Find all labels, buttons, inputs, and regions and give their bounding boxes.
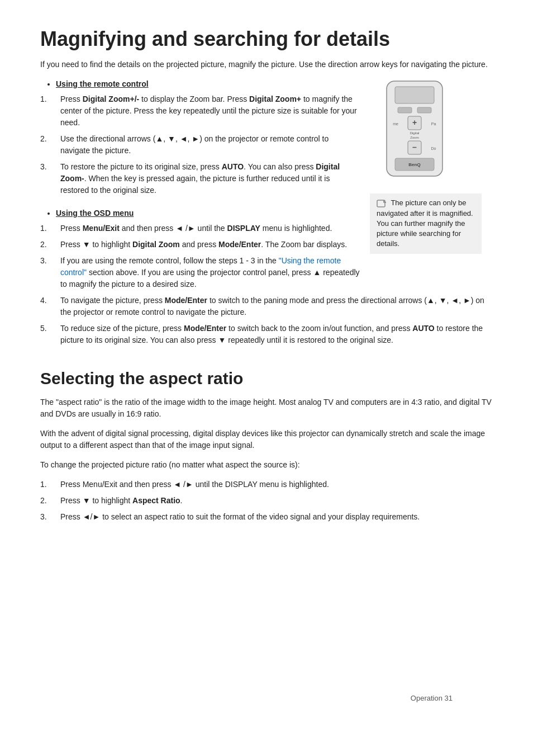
step-1-content: Press Digital Zoom+/- to display the Zoo…	[60, 93, 360, 129]
section2-title: Selecting the aspect ratio	[40, 368, 493, 389]
ar-step-3-content: Press ◄/► to select an aspect ratio to s…	[60, 511, 493, 523]
svg-rect-3	[417, 107, 431, 113]
svg-text:Pa: Pa	[431, 122, 436, 126]
svg-text:Do: Do	[431, 147, 436, 150]
osd-step-num-3: 3.	[40, 255, 60, 295]
svg-rect-1	[395, 87, 434, 103]
osd-step-num-4: 4.	[40, 295, 60, 323]
ar-step-num-2: 2.	[40, 495, 60, 511]
svg-text:Zoom: Zoom	[410, 136, 418, 139]
svg-text:–: –	[412, 143, 417, 152]
aspect-intro-3: To change the projected picture ratio (n…	[40, 459, 493, 471]
svg-text:Digital: Digital	[410, 131, 420, 135]
osd-step-num-2: 2.	[40, 239, 60, 255]
ar-step-num-3: 3.	[40, 511, 60, 527]
osd-step-3-content: If you are using the remote control, fol…	[60, 255, 360, 290]
ar-step-1-content: Press Menu/Exit and then press ◄ /► unti…	[60, 479, 493, 490]
svg-text:BenQ: BenQ	[408, 162, 420, 167]
remote-control-link[interactable]: "Using the remote control"	[60, 256, 341, 277]
ar-step-2-content: Press ▼ to highlight Aspect Ratio.	[60, 495, 493, 507]
remote-image-area: + Digital Zoom – me Pa Do BenQ	[370, 78, 493, 253]
aspect-intro-1: The "aspect ratio" is the ratio of the i…	[40, 396, 493, 420]
section-osd-menu-bullet: Using the OSD menu	[56, 209, 134, 218]
osd-step-2-content: Press ▼ to highlight Digital Zoom and pr…	[60, 239, 360, 251]
osd-step-num-1: 1.	[40, 223, 60, 239]
step-num-1: 1.	[40, 93, 60, 133]
aspect-ratio-steps: 1. Press Menu/Exit and then press ◄ /► u…	[40, 479, 493, 527]
note-text: The picture can only be navigated after …	[377, 198, 475, 249]
section-remote-control-bullet: Using the remote control	[56, 79, 149, 88]
note-icon	[377, 199, 387, 209]
step-num-2: 2.	[40, 133, 60, 161]
step-3-content: To restore the picture to its original s…	[60, 161, 360, 196]
aspect-intro-2: With the advent of digital signal proces…	[40, 428, 493, 451]
step-num-3: 3.	[40, 161, 60, 201]
osd-step-num-5: 5.	[40, 323, 60, 351]
osd-step-5-content: To reduce size of the picture, press Mod…	[60, 323, 493, 346]
svg-text:+: +	[412, 118, 417, 127]
osd-step-4-content: To navigate the picture, press Mode/Ente…	[60, 295, 493, 318]
step-2-content: Use the directional arrows (▲, ▼, ◄, ►) …	[60, 133, 360, 157]
page-title: Magnifying and searching for details	[40, 27, 493, 51]
svg-rect-2	[398, 107, 412, 113]
footer: Operation 31	[411, 693, 453, 704]
note-box: The picture can only be navigated after …	[370, 193, 482, 253]
svg-text:me: me	[393, 122, 398, 126]
osd-step-1-content: Press Menu/Exit and then press ◄ /► unti…	[60, 223, 360, 234]
remote-control-image: + Digital Zoom – me Pa Do BenQ	[370, 78, 459, 190]
intro-paragraph: If you need to find the details on the p…	[40, 59, 493, 70]
ar-step-num-1: 1.	[40, 479, 60, 495]
